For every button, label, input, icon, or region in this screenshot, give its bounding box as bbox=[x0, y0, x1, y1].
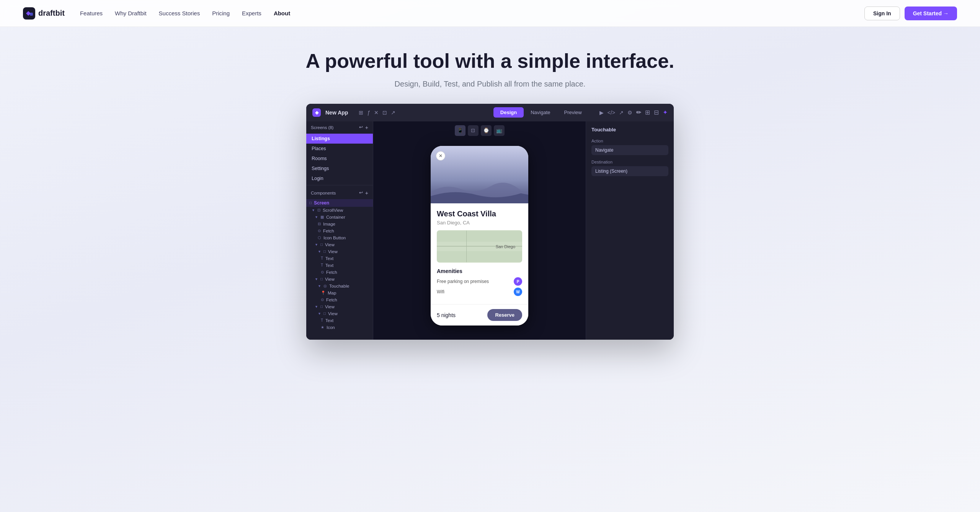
reserve-button[interactable]: Reserve bbox=[487, 309, 522, 321]
destination-value[interactable]: Listing (Screen) bbox=[591, 166, 668, 176]
amenity-text-1: Free parking on premises bbox=[437, 279, 489, 284]
export-icon[interactable]: ↗ bbox=[619, 110, 624, 116]
amenity-badge-2: W bbox=[514, 288, 522, 296]
view-type-icon-1: □ bbox=[320, 242, 323, 247]
tree-view-2[interactable]: ▼ □ View bbox=[306, 248, 373, 255]
nav-about[interactable]: About bbox=[274, 10, 290, 16]
settings-icon[interactable]: ⚙ bbox=[627, 110, 632, 116]
device-btn-tablet[interactable]: ⊡ bbox=[468, 125, 479, 136]
tree-image[interactable]: ⊟ Image bbox=[306, 221, 373, 227]
tree-scrollview-label: ScrollView bbox=[323, 208, 343, 213]
code-icon[interactable]: </> bbox=[608, 110, 615, 116]
add-screen-icon[interactable]: + bbox=[365, 124, 368, 131]
tree-text-1[interactable]: T Text bbox=[306, 255, 373, 262]
nav-whydraftbit[interactable]: Why Draftbit bbox=[115, 10, 147, 16]
play-icon[interactable]: ▶ bbox=[599, 110, 604, 116]
tree-fetch-3[interactable]: ⊙ Fetch bbox=[306, 296, 373, 303]
map-city-label: San Diego bbox=[496, 244, 515, 249]
expand-icon-view5: ▼ bbox=[318, 312, 321, 316]
tree-view-3-label: View bbox=[325, 277, 335, 281]
nav-pricing[interactable]: Pricing bbox=[212, 10, 230, 16]
expand-icon-view3: ▼ bbox=[315, 277, 318, 281]
tree-scrollview[interactable]: ▼ ⊡ ScrollView bbox=[306, 207, 373, 214]
pen-icon[interactable]: ✏ bbox=[636, 109, 641, 116]
undo-icon[interactable]: ↩ bbox=[359, 124, 363, 131]
iconbutton-type-icon: ⬡ bbox=[318, 236, 321, 240]
screen-login[interactable]: Login bbox=[306, 173, 373, 183]
topbar-icon-upload[interactable]: ↗ bbox=[391, 110, 395, 116]
tree-icon[interactable]: ★ Icon bbox=[306, 324, 373, 331]
topbar-icon-format[interactable]: ⊞ bbox=[359, 110, 363, 116]
tree-view-4[interactable]: ▼ □ View bbox=[306, 303, 373, 310]
comp-add-icon[interactable]: + bbox=[365, 190, 368, 196]
tree-fetch-2[interactable]: ⊙ Fetch bbox=[306, 269, 373, 276]
tree-image-label: Image bbox=[323, 222, 335, 226]
map-type-icon: 📍 bbox=[321, 291, 325, 295]
icon-type-icon: ★ bbox=[321, 325, 324, 329]
grid-icon[interactable]: ⊞ bbox=[645, 109, 650, 116]
action-value[interactable]: Navigate bbox=[591, 145, 668, 155]
signin-button[interactable]: Sign In bbox=[864, 7, 900, 20]
tree-view-2-label: View bbox=[328, 249, 338, 254]
tree-screen[interactable]: □ Screen bbox=[306, 199, 373, 207]
screens-label: Screens (8) bbox=[311, 125, 333, 130]
device-btn-tv[interactable]: 📺 bbox=[494, 125, 505, 136]
panel-destination-field: Destination Listing (Screen) bbox=[591, 160, 668, 176]
tree-fetch-3-label: Fetch bbox=[326, 298, 337, 302]
fetch-type-icon-1: ⊙ bbox=[318, 229, 321, 233]
screen-settings[interactable]: Settings bbox=[306, 164, 373, 173]
amenity-badge-1: P bbox=[514, 277, 522, 286]
logo-link[interactable]: draftbit bbox=[23, 7, 65, 20]
phone-content: West Coast Villa San Diego, CA San Diego bbox=[431, 203, 528, 304]
nav-experts[interactable]: Experts bbox=[242, 10, 261, 16]
property-map: San Diego bbox=[437, 230, 522, 263]
screen-listings[interactable]: Listings bbox=[306, 134, 373, 144]
tree-fetch-1-label: Fetch bbox=[323, 229, 334, 233]
tree-fetch-1[interactable]: ⊙ Fetch bbox=[306, 227, 373, 234]
property-location: San Diego, CA bbox=[437, 220, 522, 226]
app-name-label: New App bbox=[325, 110, 348, 116]
screens-header: Screens (8) ↩ + bbox=[306, 121, 373, 134]
text-type-icon-1: T bbox=[321, 256, 323, 260]
phone-bottom-bar: 5 nights Reserve bbox=[431, 304, 528, 326]
tree-map[interactable]: 📍 Map bbox=[306, 290, 373, 296]
tab-preview[interactable]: Preview bbox=[557, 107, 589, 118]
tree-view-1[interactable]: ▼ □ View bbox=[306, 241, 373, 248]
tree-map-label: Map bbox=[328, 291, 336, 295]
topbar-icon-layers[interactable]: ⊡ bbox=[382, 110, 387, 116]
canvas: 📱 ⊡ ⌚ 📺 ✕ West Coast Villa bbox=[373, 121, 586, 340]
topbar-icon-fm[interactable]: ƒ bbox=[367, 110, 370, 116]
svg-rect-1 bbox=[30, 13, 33, 16]
property-name: West Coast Villa bbox=[437, 209, 522, 218]
tree-text-1-label: Text bbox=[325, 256, 333, 261]
app-logo-icon: ◈ bbox=[312, 108, 321, 117]
tab-navigate[interactable]: Navigate bbox=[524, 107, 557, 118]
components-header: Components ↩ + bbox=[306, 187, 373, 199]
tree-iconbutton[interactable]: ⬡ Icon Button bbox=[306, 234, 373, 241]
expand-icon-view2: ▼ bbox=[318, 250, 321, 254]
db-icon[interactable]: ⊟ bbox=[654, 109, 659, 116]
comp-undo-icon[interactable]: ↩ bbox=[359, 190, 363, 196]
tree-text-2[interactable]: T Text bbox=[306, 262, 373, 269]
tree-text-3[interactable]: T Text bbox=[306, 317, 373, 324]
wand-icon[interactable]: ✦ bbox=[663, 109, 668, 116]
device-btn-watch[interactable]: ⌚ bbox=[481, 125, 492, 136]
tree-touchable[interactable]: ▼ ◎ Touchable bbox=[306, 283, 373, 290]
nav-successstories[interactable]: Success Stories bbox=[159, 10, 200, 16]
hero-section: A powerful tool with a simple interface.… bbox=[0, 27, 980, 104]
tab-design[interactable]: Design bbox=[493, 107, 524, 118]
app-window: ◈ New App ⊞ ƒ ✕ ⊡ ↗ Design Navigate Prev… bbox=[306, 104, 674, 340]
nav-features[interactable]: Features bbox=[80, 10, 103, 16]
tree-view-5[interactable]: ▼ □ View bbox=[306, 310, 373, 317]
getstarted-button[interactable]: Get Started → bbox=[905, 7, 957, 20]
tree-view-3[interactable]: ▼ □ View bbox=[306, 276, 373, 283]
tree-container[interactable]: ▼ ▦ Container bbox=[306, 214, 373, 221]
device-btn-phone[interactable]: 📱 bbox=[455, 125, 466, 136]
panel-action-field: Action Navigate bbox=[591, 139, 668, 155]
nav-links: Features Why Draftbit Success Stories Pr… bbox=[80, 10, 864, 16]
topbar-icon-x[interactable]: ✕ bbox=[374, 110, 379, 116]
screen-rooms[interactable]: Rooms bbox=[306, 154, 373, 164]
tree-icon-label: Icon bbox=[327, 325, 335, 330]
screen-places[interactable]: Places bbox=[306, 144, 373, 154]
components-label: Components bbox=[311, 191, 336, 195]
